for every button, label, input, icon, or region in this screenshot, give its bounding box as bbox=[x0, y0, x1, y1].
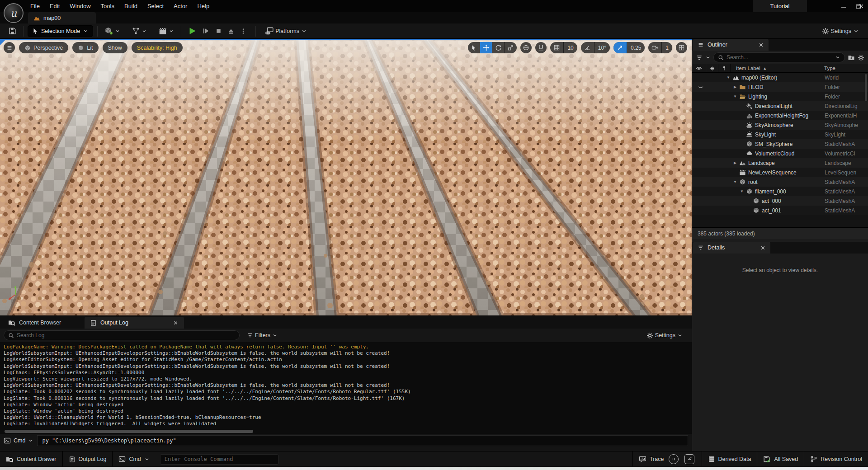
log-horizontal-scrollbar[interactable] bbox=[0, 428, 692, 434]
new-folder-icon[interactable] bbox=[848, 54, 855, 61]
chevron-down-icon[interactable] bbox=[835, 55, 840, 60]
log-search-input[interactable] bbox=[17, 332, 235, 338]
outliner-row[interactable]: ▼ root StaticMeshA bbox=[692, 177, 868, 187]
menu-item[interactable]: Build bbox=[119, 0, 142, 12]
menu-item[interactable]: File bbox=[25, 0, 45, 12]
output-log-statusbar-button[interactable]: Output Log bbox=[63, 451, 113, 467]
scale-tool-button[interactable] bbox=[505, 42, 517, 53]
tab-content-browser[interactable]: Content Browser bbox=[3, 317, 66, 329]
play-button[interactable] bbox=[185, 25, 199, 37]
save-button[interactable] bbox=[6, 25, 19, 37]
scale-snap-toggle[interactable] bbox=[613, 42, 627, 53]
outliner-row[interactable]: NewLevelSequence LevelSequen bbox=[692, 168, 868, 177]
derived-data-button[interactable]: Derived Data bbox=[702, 451, 758, 467]
close-icon[interactable] bbox=[760, 245, 766, 251]
insights-snapshot-button[interactable] bbox=[684, 454, 694, 464]
outliner-settings-icon[interactable] bbox=[858, 54, 864, 61]
menu-item[interactable]: Select bbox=[142, 0, 169, 12]
chevron-down-icon[interactable] bbox=[705, 55, 711, 60]
outliner-row[interactable]: SkyAtmosphere SkyAtmosphe bbox=[692, 120, 868, 130]
console-command-input[interactable] bbox=[42, 437, 683, 444]
level-viewport[interactable]: Perspective Lit Show Scalability: High bbox=[0, 39, 692, 315]
outliner-row[interactable]: DirectionalLight DirectionalLig bbox=[692, 101, 868, 111]
surface-snapping-button[interactable] bbox=[535, 42, 547, 53]
rotate-tool-button[interactable] bbox=[492, 42, 505, 53]
view-mode-dropdown[interactable]: Lit bbox=[72, 42, 98, 53]
scale-snap-value[interactable]: 0.25 bbox=[627, 42, 645, 53]
expand-arrow[interactable]: ▼ bbox=[732, 94, 738, 99]
cmd-statusbar-dropdown[interactable]: Cmd bbox=[113, 451, 155, 467]
close-icon[interactable] bbox=[173, 320, 179, 326]
frame-skip-button[interactable] bbox=[199, 25, 212, 37]
menu-item[interactable]: Help bbox=[192, 0, 214, 12]
eject-button[interactable] bbox=[225, 26, 237, 37]
quad-view-button[interactable] bbox=[676, 42, 687, 53]
world-local-toggle[interactable] bbox=[520, 42, 532, 53]
outliner-row[interactable]: ▼ Lighting Folder bbox=[692, 92, 868, 101]
outliner-row[interactable]: ExponentialHeightFog ExponentialH bbox=[692, 111, 868, 120]
outliner-row[interactable]: act_000 StaticMeshA bbox=[692, 196, 868, 206]
camera-speed-icon[interactable] bbox=[648, 42, 662, 53]
viewport-options-button[interactable] bbox=[4, 42, 15, 53]
outliner-row[interactable]: ▶ Landscape Landscape bbox=[692, 158, 868, 168]
outliner-row[interactable]: VolumetricCloud VolumetricCl bbox=[692, 149, 868, 158]
item-label-column-header[interactable]: Item Label ▲ bbox=[731, 64, 824, 72]
selection-mode-dropdown[interactable]: Selection Mode bbox=[28, 25, 93, 37]
visibility-column-header[interactable] bbox=[692, 64, 706, 72]
outliner-search-input[interactable] bbox=[726, 54, 832, 61]
camera-speed-value[interactable]: 1 bbox=[662, 42, 672, 53]
log-search-box[interactable] bbox=[4, 330, 240, 340]
perspective-dropdown[interactable]: Perspective bbox=[19, 42, 68, 53]
type-column-header[interactable]: Type bbox=[824, 64, 868, 72]
outliner-search-box[interactable] bbox=[713, 52, 845, 62]
log-settings-dropdown[interactable]: Settings bbox=[644, 330, 685, 341]
trace-button[interactable]: Trace bbox=[632, 451, 702, 467]
outliner-row[interactable]: ▼ map00 (Editor) World bbox=[692, 73, 868, 82]
cinematics-dropdown[interactable] bbox=[156, 25, 177, 37]
favorite-column-header[interactable] bbox=[706, 64, 718, 72]
row-visibility-cell[interactable] bbox=[692, 84, 725, 90]
minimize-button[interactable] bbox=[836, 0, 851, 12]
content-drawer-button[interactable]: Content Drawer bbox=[0, 451, 63, 467]
stop-button[interactable] bbox=[212, 26, 225, 36]
blueprints-dropdown[interactable] bbox=[129, 25, 150, 37]
platforms-dropdown[interactable]: Platforms bbox=[262, 25, 310, 37]
toolbar-settings-dropdown[interactable]: Settings bbox=[819, 26, 862, 37]
statusbar-console-input[interactable] bbox=[165, 456, 274, 462]
outliner-row[interactable]: ▼ filament_000 StaticMeshA bbox=[692, 187, 868, 196]
outliner-scrollbar[interactable] bbox=[865, 74, 867, 101]
outliner-row[interactable]: SM_SkySphere StaticMeshA bbox=[692, 139, 868, 149]
add-actor-dropdown[interactable] bbox=[102, 25, 123, 37]
console-type-dropdown[interactable]: Cmd bbox=[4, 437, 33, 444]
filter-icon[interactable] bbox=[696, 54, 703, 61]
grid-snap-value[interactable]: 10 bbox=[564, 42, 577, 53]
expand-arrow[interactable]: ▼ bbox=[725, 75, 731, 80]
select-tool-button[interactable] bbox=[468, 42, 480, 53]
outliner-row[interactable]: ▶ HLOD Folder bbox=[692, 82, 868, 92]
expand-arrow[interactable]: ▼ bbox=[732, 180, 738, 184]
insights-session-button[interactable] bbox=[669, 454, 679, 464]
tab-map00[interactable]: map00 bbox=[28, 12, 96, 24]
menu-item[interactable]: Tools bbox=[96, 0, 119, 12]
log-filters-dropdown[interactable]: Filters bbox=[244, 330, 280, 340]
menu-item[interactable]: Window bbox=[65, 0, 95, 12]
scalability-warning-button[interactable]: Scalability: High bbox=[132, 42, 183, 53]
pin-column-header[interactable] bbox=[718, 64, 731, 72]
close-icon[interactable] bbox=[758, 42, 764, 48]
expand-arrow[interactable]: ▶ bbox=[732, 161, 738, 165]
scrollbar-thumb[interactable] bbox=[5, 430, 253, 433]
tutorial-button[interactable]: Tutorial bbox=[753, 0, 807, 12]
expand-arrow[interactable]: ▶ bbox=[732, 85, 738, 89]
tab-details[interactable]: Details bbox=[693, 242, 770, 254]
tab-outliner[interactable]: Outliner bbox=[693, 39, 769, 51]
play-options-button[interactable] bbox=[237, 26, 249, 36]
menu-item[interactable]: Actor bbox=[169, 0, 192, 12]
expand-arrow[interactable]: ▼ bbox=[739, 189, 745, 193]
menu-item[interactable]: Edit bbox=[45, 0, 65, 12]
tab-output-log[interactable]: Output Log bbox=[85, 317, 184, 329]
grid-snap-toggle[interactable] bbox=[550, 42, 564, 53]
show-dropdown[interactable]: Show bbox=[103, 42, 127, 53]
outliner-row[interactable]: SkyLight SkyLight bbox=[692, 130, 868, 139]
move-tool-button[interactable] bbox=[480, 42, 492, 53]
outliner-row[interactable]: act_001 StaticMeshA bbox=[692, 206, 868, 215]
